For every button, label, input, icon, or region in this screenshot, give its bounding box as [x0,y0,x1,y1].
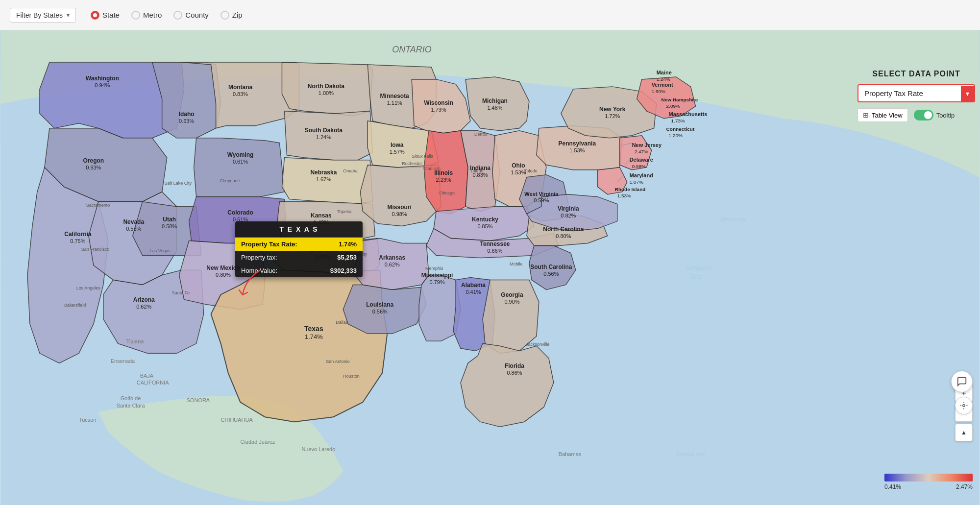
svg-text:0.86%: 0.86% [507,370,522,376]
svg-text:Mobile: Mobile [510,262,522,266]
svg-text:1.53%: 1.53% [617,193,631,198]
svg-text:Houston: Houston [343,374,359,379]
filter-label: Filter By States [16,11,63,19]
legend-max-label: 2.47% [956,483,973,490]
svg-text:Idaho: Idaho [179,111,195,118]
svg-text:1.11%: 1.11% [387,100,402,106]
svg-text:2.23%: 2.23% [436,177,451,183]
tooltip-state-name: T E X A S [235,221,363,238]
svg-text:0.66%: 0.66% [487,248,502,254]
svg-text:0.83%: 0.83% [472,172,488,178]
radio-zip-circle [220,11,229,20]
filter-dropdown[interactable]: Filter By States ▾ [10,8,76,23]
tooltip-property-tax-key: Property tax: [241,254,277,261]
svg-text:Maine: Maine [657,70,672,75]
svg-text:Iowa: Iowa [391,142,404,148]
svg-text:New York: New York [599,106,626,113]
radio-zip[interactable]: Zip [220,11,243,20]
svg-text:Oregon: Oregon [83,157,104,164]
location-icon-button[interactable] [955,397,973,414]
svg-text:Jacksonville: Jacksonville [526,342,549,347]
svg-text:Minnesota: Minnesota [380,93,410,99]
chat-icon-button[interactable] [951,371,973,392]
svg-text:Salt Lake City: Salt Lake City [165,181,192,186]
compass-button[interactable]: ▲ [955,424,973,441]
tooltip-toggle-label: Tooltip [936,112,955,119]
radio-state-circle [91,11,99,20]
svg-text:0.82%: 0.82% [561,213,576,218]
data-point-dropdown-arrow[interactable]: ▾ [961,86,974,101]
svg-text:0.59%: 0.59% [534,197,549,203]
svg-text:Maryland: Maryland [630,172,653,178]
svg-text:Toledo: Toledo [524,168,537,173]
svg-text:0.75%: 0.75% [70,238,85,244]
table-view-button[interactable]: ⊞ Table View [858,108,908,122]
svg-text:South Dakota: South Dakota [305,127,343,134]
svg-text:0.62%: 0.62% [136,304,151,310]
svg-text:Nebraska: Nebraska [310,169,337,176]
svg-text:Connecticut: Connecticut [666,126,695,132]
svg-text:Memphis: Memphis [425,266,443,271]
svg-text:Arkansas: Arkansas [379,254,405,261]
svg-text:0.94%: 0.94% [95,82,110,88]
svg-text:Wyoming: Wyoming [227,151,254,158]
svg-text:0.93%: 0.93% [86,165,101,170]
svg-text:Michigan: Michigan [482,97,508,104]
svg-text:0.55%: 0.55% [126,226,141,232]
map-svg[interactable]: ONTARIO Sacramento San Francisco Los Ang… [0,30,980,505]
svg-point-183 [963,405,965,407]
svg-text:Wisconsin: Wisconsin [424,99,453,106]
legend-labels: 0.41% 2.47% [884,483,973,490]
svg-text:1.73%: 1.73% [431,107,446,113]
svg-text:Ciudad Juárez: Ciudad Juárez [241,439,275,445]
svg-text:San Antonio: San Antonio [326,359,349,364]
svg-text:Bakersfield: Bakersfield [64,303,86,308]
svg-text:Indiana: Indiana [470,165,490,171]
topbar: Filter By States ▾ State Metro County Zi… [0,0,980,30]
svg-text:South Carolina: South Carolina [530,264,572,270]
map-container: ONTARIO Sacramento San Francisco Los Ang… [0,30,980,505]
svg-text:1.24%: 1.24% [316,134,331,140]
svg-text:Los Angeles: Los Angeles [76,286,100,290]
tooltip-toggle[interactable]: Tooltip [914,110,955,120]
svg-marker-4 [152,62,221,138]
svg-text:1.73%: 1.73% [671,118,685,123]
svg-text:0.98%: 0.98% [392,211,407,217]
tooltip-property-tax-value: $5,253 [337,254,357,261]
svg-text:1.24%: 1.24% [657,76,670,82]
data-point-select[interactable]: Property Tax Rate ▾ [858,84,975,102]
svg-text:Antigua and: Antigua and [676,451,705,457]
svg-text:Arizona: Arizona [133,296,155,303]
svg-text:Georgia: Georgia [501,291,523,298]
svg-text:0.80%: 0.80% [556,233,571,239]
radio-state-label: State [102,11,120,19]
radio-metro-label: Metro [143,11,162,19]
radio-state[interactable]: State [91,11,120,20]
radio-metro[interactable]: Metro [131,11,162,20]
svg-text:Colorado: Colorado [227,209,253,216]
svg-text:Rhode Island: Rhode Island [615,187,646,192]
tooltip-tax-rate-row: Property Tax Rate: 1.74% [235,238,363,251]
svg-text:Sargasso: Sargasso [686,264,713,271]
svg-text:1.48%: 1.48% [487,105,502,111]
svg-text:0.61%: 0.61% [233,159,248,165]
svg-text:Texas: Texas [304,325,323,333]
svg-text:CALIFORNIA: CALIFORNIA [137,380,170,385]
svg-text:San Francisco: San Francisco [81,247,109,252]
svg-text:Massachusetts: Massachusetts [669,111,708,117]
radio-county[interactable]: County [173,11,209,20]
svg-text:Santa Fe: Santa Fe [172,290,190,295]
select-data-label: SELECT DATA POINT [858,70,975,78]
svg-text:Missouri: Missouri [388,204,412,211]
svg-text:0.85%: 0.85% [477,223,492,229]
svg-text:Montana: Montana [228,84,253,91]
tooltip-toggle-switch[interactable] [914,110,933,120]
radio-county-circle [173,11,182,20]
svg-text:Omaha: Omaha [343,168,357,173]
svg-text:1.90%: 1.90% [652,89,665,94]
svg-text:0.79%: 0.79% [430,279,445,285]
svg-text:Pennsylvania: Pennsylvania [559,140,596,147]
svg-text:1.20%: 1.20% [669,133,683,138]
svg-text:California: California [64,231,92,238]
tooltip-popup: T E X A S Property Tax Rate: 1.74% Prope… [235,221,363,277]
